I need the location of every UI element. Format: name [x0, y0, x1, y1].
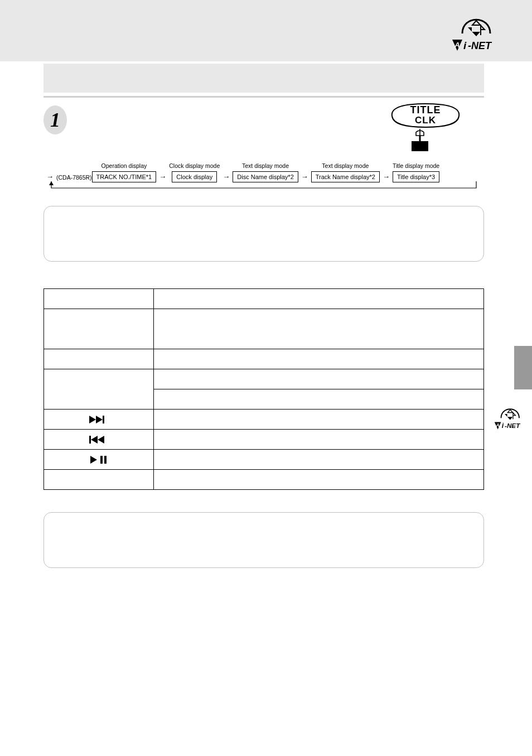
reference-table	[43, 288, 484, 490]
flow-label: Title display mode	[393, 162, 439, 169]
notes-box-2	[43, 512, 484, 568]
table-row	[44, 430, 484, 450]
svg-text:-NET: -NET	[505, 422, 520, 429]
svg-rect-10	[103, 416, 104, 423]
flow-box: Disc Name display*2	[233, 171, 298, 182]
table-cell	[154, 389, 484, 410]
notes-box-1	[43, 206, 484, 262]
table-row	[44, 470, 484, 490]
table-cell	[154, 369, 484, 389]
table-cell	[44, 309, 154, 349]
table-row	[44, 369, 484, 389]
table-cell	[44, 349, 154, 369]
table-cell	[44, 470, 154, 490]
svg-text:i: i	[463, 40, 467, 51]
svg-rect-12	[100, 456, 103, 464]
play-pause-icon	[44, 450, 154, 470]
table-row	[44, 349, 484, 369]
section-header-bar	[43, 64, 484, 93]
table-cell	[154, 309, 484, 349]
svg-text:CLK: CLK	[415, 115, 436, 126]
table-cell	[44, 369, 154, 410]
flow-label: Operation display	[101, 162, 147, 169]
flow-return-line	[43, 181, 484, 191]
svg-rect-9	[412, 141, 428, 151]
rewind-skip-icon	[44, 430, 154, 450]
forward-skip-icon	[44, 410, 154, 430]
svg-text:TITLE: TITLE	[410, 104, 441, 115]
svg-text:A: A	[496, 423, 500, 428]
flow-box: Clock display	[172, 171, 217, 182]
display-mode-flow: → (CDA-7865R) Operation display TRACK NO…	[43, 162, 484, 191]
svg-text:i: i	[502, 422, 504, 430]
flow-box: Track Name display*2	[311, 171, 380, 182]
divider-rule	[43, 96, 484, 98]
table-cell	[44, 289, 154, 309]
table-cell	[154, 470, 484, 490]
table-row	[44, 450, 484, 470]
svg-rect-11	[89, 436, 91, 444]
svg-text:A: A	[454, 41, 460, 49]
flow-label: Text display mode	[242, 162, 289, 169]
ai-net-logo-side: A i -NET	[494, 402, 527, 432]
table-cell	[154, 410, 484, 430]
flow-label: Clock display mode	[169, 162, 220, 169]
title-clk-button-graphic: TITLE CLK	[389, 102, 462, 157]
svg-text:-NET: -NET	[468, 40, 492, 51]
step-number-badge: 1	[43, 105, 67, 134]
ai-net-logo: A i -NET	[451, 8, 501, 55]
table-cell	[154, 430, 484, 450]
table-cell	[154, 289, 484, 309]
table-cell	[154, 349, 484, 369]
side-tab	[514, 346, 532, 389]
svg-rect-13	[104, 456, 107, 464]
flow-box: TRACK NO./TIME*1	[92, 171, 157, 182]
table-row	[44, 289, 484, 309]
table-row	[44, 309, 484, 349]
table-cell	[154, 450, 484, 470]
flow-label: Text display mode	[322, 162, 369, 169]
table-row	[44, 410, 484, 430]
flow-box: Title display*3	[393, 171, 439, 182]
